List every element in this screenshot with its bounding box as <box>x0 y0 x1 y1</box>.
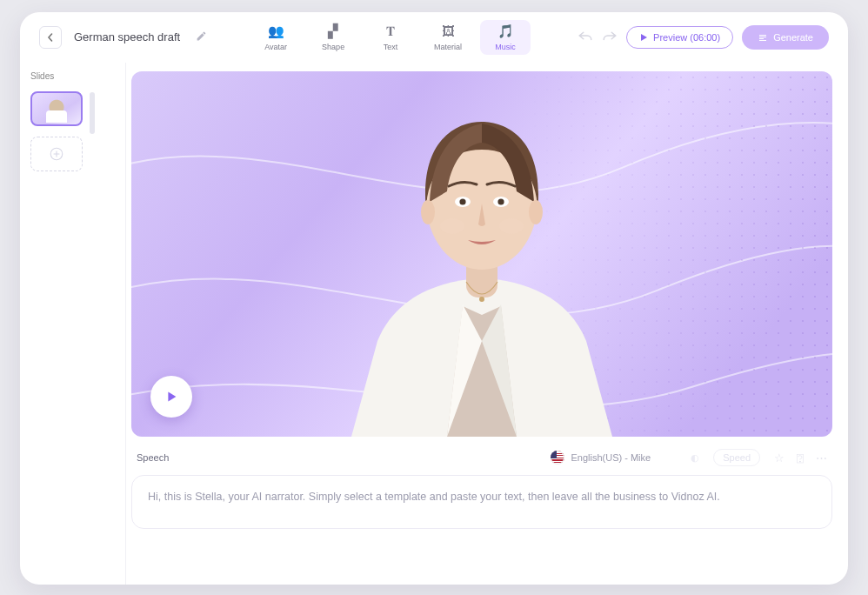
tool-strip: 👥 Avatar ▞ Shape 𝐓 Text 🖼 Material 🎵 Mus… <box>250 20 531 55</box>
canvas-play-button[interactable] <box>150 376 192 418</box>
generate-button[interactable]: Generate <box>742 25 829 50</box>
speech-action-2-icon[interactable]: ⍰ <box>797 451 804 465</box>
stage-canvas[interactable] <box>131 71 832 437</box>
tool-label: Avatar <box>264 43 287 51</box>
project-title: German speech draft <box>74 30 180 43</box>
speech-section-label: Speech <box>137 452 169 463</box>
tool-avatar[interactable]: 👥 Avatar <box>250 20 301 55</box>
play-icon <box>164 389 179 404</box>
undo-button[interactable] <box>578 30 593 45</box>
pencil-icon <box>196 30 207 42</box>
speech-panel: Speech English(US) - Mike ◐ Speed ☆ ⍰ ⋯ … <box>131 449 832 529</box>
app-window: German speech draft 👥 Avatar ▞ Shape 𝐓 T… <box>20 12 848 585</box>
preview-button[interactable]: Preview (06:00) <box>626 26 733 49</box>
speech-header: Speech English(US) - Mike ◐ Speed ☆ ⍰ ⋯ <box>131 449 832 466</box>
svg-point-4 <box>421 200 435 224</box>
speech-text-input[interactable]: Hi, this is Stella, your AI narrator. Si… <box>131 475 832 529</box>
speech-action-icons: ☆ ⍰ ⋯ <box>774 451 827 465</box>
tool-music[interactable]: 🎵 Music <box>480 20 531 55</box>
svg-point-10 <box>440 218 464 234</box>
svg-point-9 <box>497 198 504 204</box>
add-slide-button[interactable] <box>30 137 83 171</box>
voice-settings-icon[interactable]: ◐ <box>691 452 699 464</box>
speed-chip[interactable]: Speed <box>713 449 760 466</box>
redo-icon <box>602 30 618 42</box>
slides-sidebar: Slides <box>20 63 126 585</box>
voice-selector[interactable]: English(US) - Mike <box>551 451 651 465</box>
avatar-icon: 👥 <box>268 23 284 39</box>
slides-scrollbar[interactable] <box>90 92 95 134</box>
right-actions: Preview (06:00) Generate <box>578 25 829 50</box>
play-icon <box>639 33 648 42</box>
svg-point-8 <box>459 198 465 204</box>
preview-label: Preview (06:00) <box>653 32 720 43</box>
us-flag-icon <box>551 451 564 465</box>
speech-action-1-icon[interactable]: ☆ <box>774 451 785 465</box>
speech-action-3-icon[interactable]: ⋯ <box>816 451 827 465</box>
top-toolbar: German speech draft 👥 Avatar ▞ Shape 𝐓 T… <box>20 12 848 63</box>
tool-shape[interactable]: ▞ Shape <box>308 20 358 55</box>
tool-label: Shape <box>322 43 344 51</box>
tool-material[interactable]: 🖼 Material <box>423 20 473 55</box>
voice-label: English(US) - Mike <box>571 452 651 463</box>
generate-icon <box>758 32 768 43</box>
slide-thumb-1[interactable] <box>30 91 83 126</box>
back-button[interactable] <box>39 26 62 49</box>
rename-button[interactable] <box>196 30 207 44</box>
avatar-figure <box>317 80 647 437</box>
plus-icon <box>49 146 64 162</box>
tool-text[interactable]: 𝐓 Text <box>365 20 416 55</box>
generate-label: Generate <box>773 32 813 43</box>
text-icon: 𝐓 <box>386 23 395 39</box>
undo-icon <box>578 30 593 42</box>
svg-point-5 <box>529 200 543 224</box>
body: Slides <box>20 63 848 585</box>
shape-icon: ▞ <box>328 23 338 39</box>
tool-label: Material <box>434 43 462 51</box>
svg-point-2 <box>479 297 484 302</box>
slides-label: Slides <box>30 71 115 81</box>
music-icon: 🎵 <box>497 23 514 39</box>
main-area: Speech English(US) - Mike ◐ Speed ☆ ⍰ ⋯ … <box>126 63 848 585</box>
tool-label: Text <box>384 43 398 51</box>
slides-list <box>30 91 115 171</box>
material-icon: 🖼 <box>442 23 455 39</box>
chevron-left-icon <box>46 33 55 42</box>
svg-point-11 <box>499 218 524 234</box>
redo-button[interactable] <box>602 30 618 45</box>
tool-label: Music <box>495 43 516 51</box>
